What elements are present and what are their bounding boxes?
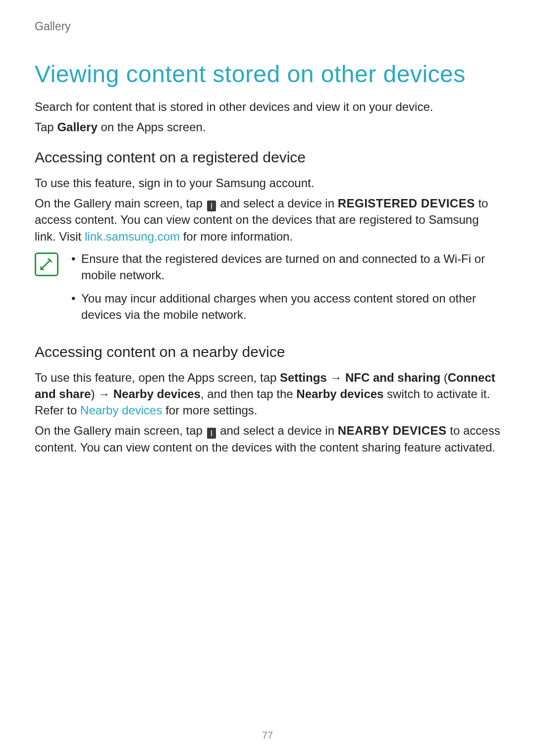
text-fragment: ( [440,371,448,384]
ui-label-nfc-sharing: NFC and sharing [345,371,440,384]
menu-icon [207,428,216,439]
section2-paragraph1: To use this feature, open the Apps scree… [35,369,500,418]
text-fragment: and select a device in [217,197,338,210]
section1-paragraph1: To use this feature, sign in to your Sam… [35,175,500,191]
page-title: Viewing content stored on other devices [35,60,500,88]
manual-page: Gallery Viewing content stored on other … [0,0,535,756]
page-number: 77 [0,730,535,741]
text-fragment: for more settings. [162,403,257,417]
section-heading-nearby: Accessing content on a nearby device [35,344,500,360]
ui-label-nearby-devices: Nearby devices [113,387,201,401]
intro-paragraph-1: Search for content that is stored in oth… [35,99,500,115]
ui-label-settings: Settings [280,371,327,384]
note-icon [35,252,58,276]
text-fragment: On the Gallery main screen, tap [35,424,206,437]
ui-label-gallery: Gallery [57,120,97,134]
text-fragment: On the Gallery main screen, tap [35,197,206,210]
note-list: Ensure that the registered devices are t… [69,251,500,330]
arrow-icon: → [327,371,345,384]
text-fragment: , and then tap the [201,387,297,401]
text-fragment: and select a device in [217,424,338,437]
note-item: Ensure that the registered devices are t… [69,251,500,283]
text-fragment: on the Apps screen. [98,120,206,134]
ui-label-nearby-devices-caps: NEARBY DEVICES [338,424,447,437]
text-fragment: Tap [35,120,57,134]
section-heading-registered: Accessing content on a registered device [35,149,500,166]
section1-paragraph2: On the Gallery main screen, tap and sele… [35,195,500,244]
text-fragment: To use this feature, open the Apps scree… [35,371,280,384]
breadcrumb: Gallery [35,20,500,33]
menu-icon [207,201,216,211]
link-nearby-devices[interactable]: Nearby devices [80,403,162,417]
ui-label-nearby-devices-switch: Nearby devices [296,387,383,401]
text-fragment: for more information. [180,230,293,243]
intro-paragraph-2: Tap Gallery on the Apps screen. [35,119,500,135]
arrow-icon: → [98,387,113,401]
link-samsung[interactable]: link.samsung.com [85,230,180,243]
ui-label-registered-devices: REGISTERED DEVICES [338,197,475,210]
note-block: Ensure that the registered devices are t… [35,251,500,330]
section2-paragraph2: On the Gallery main screen, tap and sele… [35,422,500,455]
note-item: You may incur additional charges when yo… [69,290,500,323]
text-fragment: ) [91,387,98,401]
